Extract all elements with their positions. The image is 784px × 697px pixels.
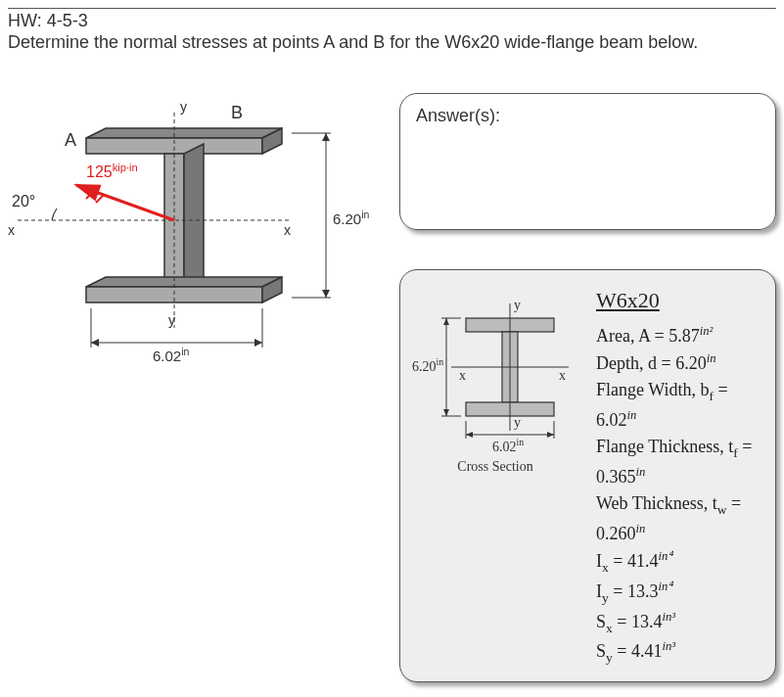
- section-name: W6x20: [596, 284, 763, 316]
- top-rule: [8, 8, 776, 9]
- moment-label: 125kip·in: [86, 162, 138, 181]
- mini-axis-x-neg: x: [459, 368, 466, 384]
- axis-y-pos: y: [180, 99, 187, 115]
- mini-width-dim: 6.02in: [492, 437, 524, 455]
- point-a-label: A: [65, 130, 76, 151]
- right-column: Answer(s):: [399, 93, 776, 682]
- prop-sx: Sx = 13.4in³: [596, 608, 763, 638]
- prop-tw: Web Thickness, tw = 0.260in: [596, 490, 763, 547]
- mini-cross-section: 6.20in 6.02in x x y y Cross Section: [412, 284, 578, 475]
- axis-y-neg: y: [168, 312, 175, 328]
- svg-line-4: [86, 191, 94, 199]
- problem-prompt: Determine the normal stresses at points …: [8, 31, 776, 54]
- mini-axis-y-neg: y: [514, 415, 521, 431]
- prop-area: Area, A = 5.87in²: [596, 322, 763, 349]
- prop-depth: Depth, d = 6.20in: [596, 349, 763, 377]
- answer-title: Answer(s):: [416, 106, 760, 126]
- properties-list: W6x20 Area, A = 5.87in² Depth, d = 6.20i…: [596, 284, 763, 668]
- mini-axis-x-pos: x: [559, 368, 566, 384]
- prop-iy: Iy = 13.3in⁴: [596, 578, 763, 608]
- axis-x-neg: x: [8, 222, 15, 238]
- point-b-label: B: [231, 103, 243, 123]
- prop-tf: Flange Thickness, tf = 0.365in: [596, 434, 763, 490]
- width-dim: 6.02in: [153, 346, 189, 364]
- problem-id: HW: 4-5-3: [8, 11, 776, 31]
- axis-x-pos: x: [284, 222, 291, 238]
- height-dim: 6.20in: [333, 209, 369, 227]
- beam-figure: A B 125kip·in 20° x x y y 6.02in 6.20in: [8, 93, 380, 367]
- svg-line-5: [96, 195, 104, 203]
- answer-box: Answer(s):: [399, 93, 776, 230]
- svg-line-3: [76, 185, 174, 220]
- prop-bf: Flange Width, bf = 6.02in: [596, 377, 763, 434]
- content-row: A B 125kip·in 20° x x y y 6.02in 6.20in …: [8, 93, 776, 682]
- angle-label: 20°: [12, 193, 35, 210]
- prop-sy: Sy = 4.41in³: [596, 637, 763, 668]
- mini-axis-y-pos: y: [514, 298, 521, 313]
- beam-svg: [8, 93, 380, 367]
- mini-height-dim: 6.20in: [412, 356, 443, 375]
- figure-column: A B 125kip·in 20° x x y y 6.02in 6.20in: [8, 93, 380, 682]
- prop-ix: Ix = 41.4in⁴: [596, 547, 763, 578]
- cross-section-label: Cross Section: [412, 459, 578, 475]
- section-properties-box: 6.20in 6.02in x x y y Cross Section W6x2…: [399, 269, 776, 682]
